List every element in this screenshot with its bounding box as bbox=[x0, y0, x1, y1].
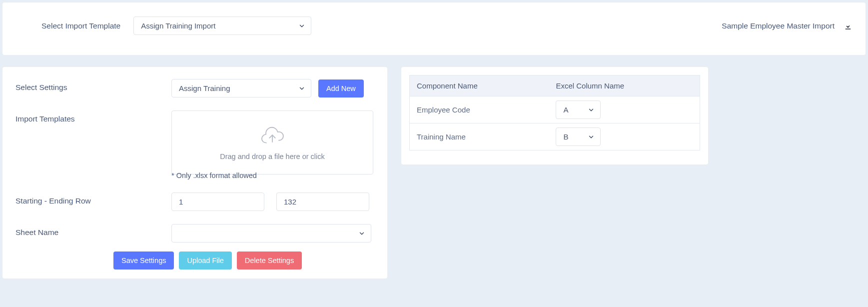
select-settings-row: Select Settings Assign Training Add New bbox=[15, 79, 374, 98]
component-name-cell: Training Name bbox=[410, 124, 549, 150]
dropzone-text: Drag and drop a file here or click bbox=[220, 152, 325, 160]
main-content: Select Settings Assign Training Add New … bbox=[2, 67, 866, 278]
sheet-name-label: Sheet Name bbox=[15, 224, 171, 237]
import-template-select[interactable]: Assign Training Import bbox=[133, 16, 311, 35]
import-templates-label: Import Templates bbox=[15, 110, 171, 124]
row-range-label: Starting - Ending Row bbox=[15, 192, 171, 206]
header-excel-column: Excel Column Name bbox=[549, 76, 700, 96]
delete-settings-button[interactable]: Delete Settings bbox=[237, 252, 302, 270]
upload-file-button[interactable]: Upload File bbox=[179, 252, 231, 270]
format-hint: * Only .xlsx format allowed bbox=[171, 172, 257, 180]
download-icon[interactable] bbox=[844, 22, 853, 30]
settings-panel: Select Settings Assign Training Add New … bbox=[2, 67, 387, 278]
sample-download-label: Sample Employee Master Import bbox=[722, 22, 835, 30]
sheet-name-select[interactable] bbox=[171, 224, 371, 242]
import-templates-row: Import Templates Drag and drop a file he… bbox=[15, 110, 374, 180]
save-settings-button[interactable]: Save Settings bbox=[113, 252, 174, 270]
settings-select-wrap: Assign Training bbox=[171, 79, 311, 98]
sheet-name-select-wrap bbox=[171, 224, 371, 242]
settings-select[interactable]: Assign Training bbox=[171, 79, 311, 98]
table-row: Training Name B bbox=[410, 124, 700, 150]
column-mapping-table: Component Name Excel Column Name Employe… bbox=[409, 75, 700, 150]
component-name-cell: Employee Code bbox=[410, 96, 549, 124]
row-range-row: Starting - Ending Row bbox=[15, 192, 374, 211]
table-row: Employee Code A bbox=[410, 96, 700, 124]
excel-column-select[interactable]: B bbox=[556, 128, 601, 146]
sheet-name-row: Sheet Name bbox=[15, 224, 374, 242]
excel-col-select-wrap: A bbox=[556, 100, 601, 119]
template-select-group: Select Import Template Assign Training I… bbox=[41, 16, 311, 35]
header-component-name: Component Name bbox=[410, 76, 549, 96]
excel-col-select-wrap: B bbox=[556, 128, 601, 146]
select-import-template-label: Select Import Template bbox=[41, 22, 120, 30]
action-buttons: Save Settings Upload File Delete Setting… bbox=[113, 252, 374, 270]
cloud-upload-icon bbox=[259, 124, 285, 146]
end-row-input[interactable] bbox=[276, 192, 369, 211]
import-template-select-wrap: Assign Training Import bbox=[133, 16, 311, 35]
select-settings-label: Select Settings bbox=[15, 79, 171, 92]
file-dropzone[interactable]: Drag and drop a file here or click bbox=[171, 110, 373, 174]
table-header-row: Component Name Excel Column Name bbox=[410, 76, 700, 96]
sample-download-group: Sample Employee Master Import bbox=[722, 22, 853, 30]
start-row-input[interactable] bbox=[171, 192, 264, 211]
excel-column-select[interactable]: A bbox=[556, 100, 601, 119]
add-new-button[interactable]: Add New bbox=[318, 80, 364, 98]
column-mapping-panel: Component Name Excel Column Name Employe… bbox=[401, 67, 708, 164]
import-template-header: Select Import Template Assign Training I… bbox=[2, 2, 866, 55]
